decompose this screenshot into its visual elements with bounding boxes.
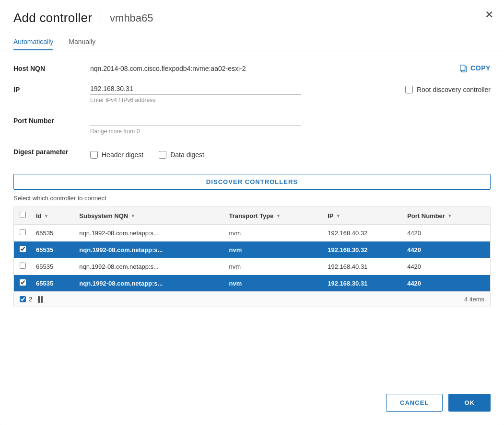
row-subsystem-nqn: nqn.1992-08.com.netapp:s... xyxy=(74,275,224,292)
row-id: 65535 xyxy=(31,275,74,292)
table-row[interactable]: 65535 nqn.1992-08.com.netapp:s... nvm 19… xyxy=(14,241,490,258)
col-port-number: Port Number ▼ xyxy=(402,207,490,225)
row-checkbox[interactable] xyxy=(20,263,26,269)
row-checkbox[interactable] xyxy=(20,246,26,252)
data-digest-label[interactable]: Data digest xyxy=(159,148,204,159)
dialog-title: Add controller xyxy=(13,11,92,25)
id-filter-icon[interactable]: ▼ xyxy=(44,213,49,218)
select-label: Select which controller to connect xyxy=(0,195,504,207)
controllers-table-container: Id ▼ Subsystem NQN ▼ Transport Type xyxy=(13,207,491,307)
tab-bar: Automatically Manually xyxy=(0,34,504,50)
svg-rect-1 xyxy=(460,65,465,71)
ip-input-group: Enter IPv4 / IPv6 address xyxy=(90,83,391,103)
select-all-checkbox-header[interactable] xyxy=(14,207,31,225)
dialog-subtitle: vmhba65 xyxy=(110,12,153,24)
col-id: Id ▼ xyxy=(31,207,74,225)
data-digest-checkbox[interactable] xyxy=(159,151,166,159)
ok-button[interactable]: OK xyxy=(448,394,491,412)
ip-input[interactable] xyxy=(90,83,301,95)
table-row[interactable]: 65535 nqn.1992-08.com.netapp:s... nvm 19… xyxy=(14,258,490,275)
row-port-number: 4420 xyxy=(402,225,490,241)
copy-label: COPY xyxy=(470,64,491,72)
row-subsystem-nqn: nqn.1992-08.com.netapp:s... xyxy=(74,241,224,258)
row-ip: 192.168.30.32 xyxy=(323,241,402,258)
footer-selection-info: 2 xyxy=(20,296,43,303)
subsystem-filter-icon[interactable]: ▼ xyxy=(130,213,135,218)
col-subsystem-nqn: Subsystem NQN ▼ xyxy=(74,207,224,225)
row-checkbox-cell[interactable] xyxy=(14,225,31,241)
footer-checkbox[interactable] xyxy=(20,296,26,302)
row-id: 65535 xyxy=(31,241,74,258)
items-count: 4 items xyxy=(464,296,484,303)
table-row[interactable]: 65535 nqn.1992-08.com.netapp:s... nvm 19… xyxy=(14,275,490,292)
columns-icon xyxy=(38,296,43,303)
table-row[interactable]: 65535 nqn.1992-08.com.netapp:s... nvm 19… xyxy=(14,225,490,241)
col-ip: IP ▼ xyxy=(323,207,402,225)
port-hint: Range more from 0 xyxy=(90,128,491,135)
copy-button[interactable]: COPY xyxy=(459,62,491,72)
col-transport-type: Transport Type ▼ xyxy=(224,207,323,225)
header-divider xyxy=(101,11,101,25)
close-button[interactable]: ✕ xyxy=(485,10,493,20)
host-nqn-value: nqn.2014-08.com.cisco.flexpodb4:nvme:aa0… xyxy=(90,62,447,72)
transport-filter-icon[interactable]: ▼ xyxy=(276,213,281,218)
port-label: Port Number xyxy=(13,114,90,125)
root-discovery-checkbox[interactable] xyxy=(405,86,413,93)
host-nqn-row: Host NQN nqn.2014-08.com.cisco.flexpodb4… xyxy=(13,62,491,72)
digest-label: Digest parameter xyxy=(13,145,90,156)
dialog-footer: CANCEL OK xyxy=(0,382,504,425)
row-checkbox-cell[interactable] xyxy=(14,275,31,292)
digest-options: Header digest Data digest xyxy=(90,145,204,159)
ip-filter-icon[interactable]: ▼ xyxy=(336,213,341,218)
table-body: 65535 nqn.1992-08.com.netapp:s... nvm 19… xyxy=(14,225,490,292)
row-transport-type: nvm xyxy=(224,275,323,292)
tab-automatically[interactable]: Automatically xyxy=(13,34,53,50)
port-number-row: Port Number Range more from 0 xyxy=(13,114,491,135)
footer-count: 2 xyxy=(29,296,32,303)
row-transport-type: nvm xyxy=(224,258,323,275)
dialog-header: Add controller vmhba65 ✕ xyxy=(0,0,504,25)
row-checkbox-cell[interactable] xyxy=(14,258,31,275)
row-port-number: 4420 xyxy=(402,241,490,258)
table-footer: 2 4 items xyxy=(14,291,490,307)
root-discovery-label[interactable]: Root discovery controller xyxy=(405,83,491,93)
digest-row: Digest parameter Header digest Data dige… xyxy=(13,145,491,159)
ip-label: IP xyxy=(13,83,90,93)
controllers-table: Id ▼ Subsystem NQN ▼ Transport Type xyxy=(14,207,490,291)
row-ip: 192.168.40.32 xyxy=(323,225,402,241)
row-transport-type: nvm xyxy=(224,225,323,241)
row-subsystem-nqn: nqn.1992-08.com.netapp:s... xyxy=(74,258,224,275)
table-header-row: Id ▼ Subsystem NQN ▼ Transport Type xyxy=(14,207,490,225)
row-checkbox[interactable] xyxy=(20,229,26,235)
row-checkbox[interactable] xyxy=(20,279,26,286)
cancel-button[interactable]: CANCEL xyxy=(386,394,443,412)
row-checkbox-cell[interactable] xyxy=(14,241,31,258)
header-digest-label[interactable]: Header digest xyxy=(90,148,143,159)
form-section: Host NQN nqn.2014-08.com.cisco.flexpodb4… xyxy=(0,50,504,169)
select-all-checkbox[interactable] xyxy=(20,212,26,218)
copy-icon xyxy=(459,64,468,72)
ip-hint: Enter IPv4 / IPv6 address xyxy=(90,97,391,103)
row-subsystem-nqn: nqn.1992-08.com.netapp:s... xyxy=(74,225,224,241)
row-id: 65535 xyxy=(31,258,74,275)
port-input-group: Range more from 0 xyxy=(90,114,491,135)
row-ip: 192.168.40.31 xyxy=(323,258,402,275)
header-digest-checkbox[interactable] xyxy=(90,151,98,159)
port-filter-icon[interactable]: ▼ xyxy=(447,213,452,218)
tab-manually[interactable]: Manually xyxy=(69,34,95,50)
add-controller-dialog: Add controller vmhba65 ✕ Automatically M… xyxy=(0,0,504,425)
row-port-number: 4420 xyxy=(402,275,490,292)
ip-row: IP Enter IPv4 / IPv6 address Root discov… xyxy=(13,83,491,103)
row-port-number: 4420 xyxy=(402,258,490,275)
row-transport-type: nvm xyxy=(224,241,323,258)
row-ip: 192.168.30.31 xyxy=(323,275,402,292)
discover-controllers-button[interactable]: DISCOVER CONTROLLERS xyxy=(13,174,491,190)
port-input[interactable] xyxy=(90,114,301,126)
row-id: 65535 xyxy=(31,225,74,241)
host-nqn-label: Host NQN xyxy=(13,62,90,72)
